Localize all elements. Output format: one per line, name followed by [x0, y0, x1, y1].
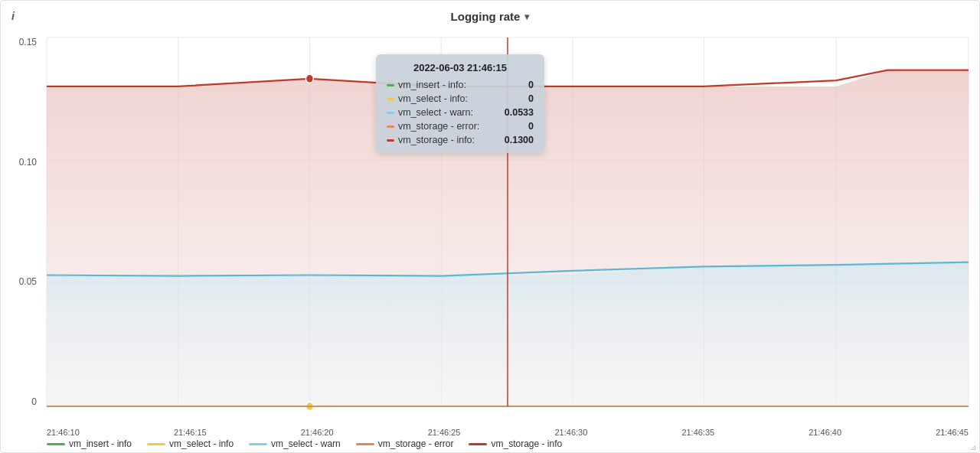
legend-label-1: vm_select - info — [169, 438, 234, 449]
legend-item-0[interactable]: vm_insert - info — [47, 438, 132, 449]
tooltip-series-label-2: vm_select - warn: — [398, 107, 473, 118]
y-label-3: 0 — [31, 397, 37, 406]
tooltip-value-3: 0 — [503, 121, 534, 132]
x-label-6: 21:46:40 — [808, 428, 841, 437]
y-label-1: 0.10 — [19, 158, 37, 167]
tooltip-series-label-1: vm_select - info: — [398, 93, 468, 104]
legend-color-4 — [469, 443, 487, 445]
title-text: Logging rate — [451, 10, 521, 23]
tooltip-dot-2 — [387, 112, 394, 114]
legend-label-0: vm_insert - info — [69, 438, 132, 449]
vm-storage-info-dot — [305, 74, 313, 83]
tooltip-series-4: vm_storage - info: — [387, 135, 475, 145]
legend-label-4: vm_storage - info — [491, 438, 562, 449]
legend-color-0 — [47, 443, 65, 445]
legend-color-3 — [356, 443, 374, 445]
tooltip-row-4: vm_storage - info: 0.1300 — [387, 135, 534, 145]
x-label-4: 21:46:30 — [555, 428, 588, 437]
x-label-3: 21:46:25 — [428, 428, 461, 437]
resize-handle[interactable]: ⊿ — [970, 443, 978, 451]
chart-container: i Logging rate ▾ 0.15 0.10 0.05 0 — [0, 0, 980, 453]
tooltip-value-1: 0 — [503, 93, 534, 104]
tooltip-dot-3 — [387, 125, 394, 128]
tooltip-dot-4 — [387, 139, 394, 142]
tooltip-series-2: vm_select - warn: — [387, 107, 473, 118]
legend-label-3: vm_storage - error — [378, 438, 454, 449]
y-label-2: 0.05 — [19, 277, 37, 286]
tooltip-value-4: 0.1300 — [503, 135, 534, 145]
title-dropdown-arrow[interactable]: ▾ — [524, 11, 529, 22]
x-label-7: 21:46:45 — [936, 428, 969, 437]
tooltip-timestamp: 2022-06-03 21:46:15 — [387, 62, 534, 73]
tooltip-dot-0 — [387, 84, 394, 86]
tooltip-row-2: vm_select - warn: 0.0533 — [387, 107, 534, 118]
tooltip-series-0: vm_insert - info: — [387, 80, 466, 90]
chart-title: Logging rate ▾ — [1, 10, 979, 23]
legend-item-4[interactable]: vm_storage - info — [469, 438, 562, 449]
tooltip-series-label-3: vm_storage - error: — [398, 121, 479, 132]
chart-tooltip: 2022-06-03 21:46:15 vm_insert - info: 0 … — [376, 54, 544, 153]
tooltip-row-1: vm_select - info: 0 — [387, 93, 534, 104]
tooltip-series-label-4: vm_storage - info: — [398, 135, 475, 145]
tooltip-series-3: vm_storage - error: — [387, 121, 479, 132]
tooltip-row-0: vm_insert - info: 0 — [387, 80, 534, 90]
tooltip-value-2: 0.0533 — [503, 107, 534, 118]
legend-color-1 — [147, 443, 165, 445]
x-label-5: 21:46:35 — [681, 428, 714, 437]
x-axis: 21:46:10 21:46:15 21:46:20 21:46:25 21:4… — [47, 428, 969, 437]
legend-item-1[interactable]: vm_select - info — [147, 438, 234, 449]
y-label-0: 0.15 — [19, 37, 37, 47]
tooltip-series-1: vm_select - info: — [387, 93, 468, 104]
tooltip-dot-1 — [387, 98, 394, 100]
chart-legend: vm_insert - info vm_select - info vm_sel… — [47, 438, 969, 449]
legend-color-2 — [249, 443, 267, 445]
legend-item-3[interactable]: vm_storage - error — [356, 438, 454, 449]
legend-item-2[interactable]: vm_select - warn — [249, 438, 341, 449]
tooltip-series-label-0: vm_insert - info: — [398, 80, 466, 90]
tooltip-value-0: 0 — [503, 80, 534, 90]
x-label-2: 21:46:20 — [301, 428, 334, 437]
y-axis: 0.15 0.10 0.05 0 — [1, 37, 43, 406]
tooltip-row-3: vm_storage - error: 0 — [387, 121, 534, 132]
x-label-0: 21:46:10 — [47, 428, 80, 437]
x-label-1: 21:46:15 — [174, 428, 207, 437]
legend-label-2: vm_select - warn — [271, 438, 341, 449]
